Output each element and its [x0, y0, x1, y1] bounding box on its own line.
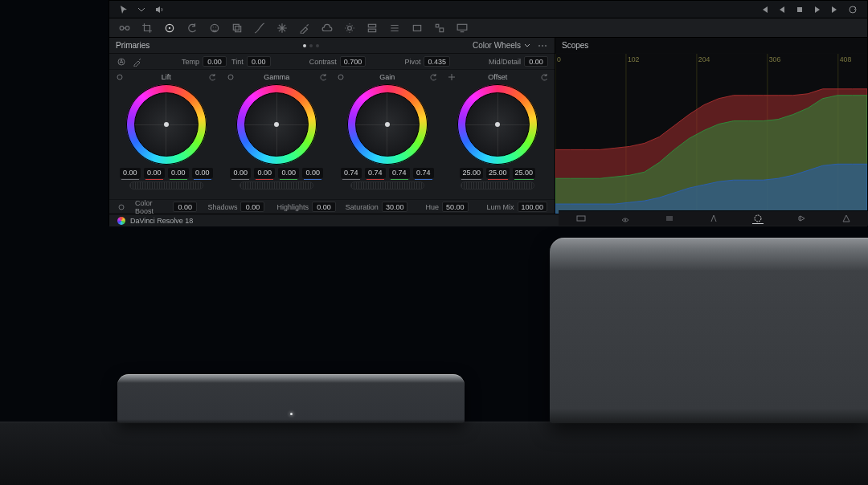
shadows-value[interactable]: 0.00: [240, 202, 264, 212]
target-icon[interactable]: [164, 22, 175, 34]
wheel-gain-values: 0.740.740.740.74: [341, 168, 434, 178]
wheel-offset-label: Offset: [488, 73, 507, 81]
fusion-page-icon[interactable]: [708, 213, 719, 224]
saturation-value[interactable]: 30.00: [382, 202, 408, 212]
hue-value[interactable]: 50.00: [442, 202, 469, 212]
auto-icon[interactable]: [116, 56, 127, 67]
wheel-gain-left-icon[interactable]: [337, 73, 345, 81]
wheel-gamma-left-icon[interactable]: [227, 73, 235, 81]
wheel-gamma-val-1[interactable]: 0.00: [254, 168, 275, 178]
wheel-lift-values: 0.000.000.000.00: [120, 168, 213, 178]
wheel-gain-val-2[interactable]: 0.74: [389, 168, 410, 178]
wheel-lift-jog[interactable]: [129, 181, 203, 190]
color-page-icon[interactable]: [752, 213, 764, 224]
wheel-gain-reset-icon[interactable]: [429, 73, 437, 81]
page-dots[interactable]: [149, 44, 473, 47]
picker2-icon[interactable]: [132, 56, 143, 67]
svg-point-21: [117, 75, 122, 79]
transport-bar: [109, 1, 867, 18]
pivot-value[interactable]: 0.435: [424, 56, 450, 67]
colorboost-value[interactable]: 0.00: [173, 202, 197, 212]
tint-value[interactable]: 0.00: [247, 56, 271, 67]
edit-page-icon[interactable]: [664, 213, 675, 224]
speaker-icon[interactable]: [154, 5, 164, 14]
scale-icon[interactable]: [434, 22, 445, 34]
wheel-gain-val-1[interactable]: 0.74: [365, 168, 386, 178]
chevron-down-icon[interactable]: [137, 5, 146, 14]
wheel-gain-val-3[interactable]: 0.74: [413, 168, 434, 178]
wheel-lift-val-1[interactable]: 0.00: [144, 168, 165, 178]
play-reverse-icon[interactable]: [777, 5, 787, 14]
wheel-gamma-val-0[interactable]: 0.00: [230, 168, 251, 178]
shadows-label: Shadows: [207, 203, 237, 211]
scopes-panel: Scopes 0102204306408: [555, 38, 867, 214]
loop-icon[interactable]: [848, 5, 858, 14]
wheel-gain-jog[interactable]: [350, 181, 424, 190]
cut-page-icon[interactable]: [620, 213, 631, 224]
face-icon[interactable]: [209, 22, 220, 34]
wheel-gain-val-0[interactable]: 0.74: [341, 168, 362, 178]
wheel-gain-label: Gain: [379, 73, 395, 81]
contrast-value[interactable]: 0.700: [340, 56, 366, 67]
wheel-lift-reset-icon[interactable]: [208, 73, 216, 81]
wheel-offset-val-0[interactable]: 25.00: [460, 168, 483, 178]
wheel-offset-reset-icon[interactable]: [540, 73, 548, 81]
sun-icon[interactable]: [344, 22, 355, 34]
svg-point-24: [119, 205, 124, 210]
go-end-icon[interactable]: [830, 5, 840, 14]
clip-icon[interactable]: [411, 22, 423, 34]
highlights-value[interactable]: 0.00: [312, 202, 336, 212]
go-start-icon[interactable]: [760, 5, 769, 14]
wheel-lift-val-3[interactable]: 0.00: [192, 168, 213, 178]
crop-icon[interactable]: [141, 22, 153, 34]
svg-rect-15: [440, 28, 444, 32]
curves-icon[interactable]: [254, 22, 265, 34]
svg-point-23: [338, 75, 343, 79]
deliver-page-icon[interactable]: [841, 213, 852, 224]
stack-icon[interactable]: [366, 22, 378, 34]
wheel-gamma-val-3[interactable]: 0.00: [302, 168, 323, 178]
wheel-gamma: Gamma 0.000.000.000.00: [223, 73, 331, 199]
fairlight-page-icon[interactable]: [796, 213, 808, 224]
stop-icon[interactable]: [795, 5, 805, 14]
wheel-lift-left-icon[interactable]: [116, 73, 124, 81]
hsv-icon[interactable]: [389, 22, 400, 34]
pivot-label: Pivot: [404, 58, 420, 66]
media-page-icon[interactable]: [575, 213, 587, 224]
wheel-gamma-jog[interactable]: [240, 181, 313, 190]
tint-label: Tint: [231, 58, 244, 66]
temp-label: Temp: [182, 58, 199, 66]
wheel-gain-control[interactable]: [347, 84, 428, 165]
parade-scope[interactable]: 0102204306408: [555, 54, 867, 214]
node-icon[interactable]: [119, 22, 130, 34]
secondary-adjust-row: Color Boost 0.00 Shadows 0.00 Highlights…: [109, 199, 555, 214]
pointer-tool-icon[interactable]: [119, 5, 129, 14]
mode-selector[interactable]: Color Wheels: [473, 41, 530, 50]
monitor-icon[interactable]: [457, 22, 468, 34]
svg-text:0: 0: [557, 55, 561, 63]
lummix-value[interactable]: 100.00: [518, 202, 548, 212]
cloud-icon[interactable]: [321, 22, 333, 34]
picker-icon[interactable]: [299, 22, 310, 34]
link-icon[interactable]: [116, 202, 127, 213]
wheel-offset-left-icon[interactable]: [448, 73, 456, 81]
wheel-lift-control[interactable]: [126, 84, 207, 165]
snowflake-icon[interactable]: [276, 22, 288, 34]
play-icon[interactable]: [813, 5, 822, 14]
copy-icon[interactable]: [231, 22, 243, 34]
wheel-gamma-reset-icon[interactable]: [319, 73, 327, 81]
wheel-offset-control[interactable]: [457, 84, 538, 165]
wheel-gamma-control[interactable]: [236, 84, 317, 165]
panel-menu-icon[interactable]: [537, 40, 548, 51]
temp-value[interactable]: 0.00: [203, 56, 227, 67]
middetail-value[interactable]: 0.00: [524, 56, 548, 67]
svg-text:306: 306: [769, 55, 781, 63]
reset-icon[interactable]: [186, 22, 198, 34]
wheel-offset-val-2[interactable]: 25.00: [513, 168, 536, 178]
wheel-offset-jog[interactable]: [461, 181, 534, 190]
wheel-lift-val-0[interactable]: 0.00: [120, 168, 141, 178]
wheel-lift-val-2[interactable]: 0.00: [168, 168, 189, 178]
wheel-offset-val-1[interactable]: 25.00: [486, 168, 510, 178]
svg-rect-13: [413, 25, 420, 31]
wheel-gamma-val-2[interactable]: 0.00: [278, 168, 299, 178]
